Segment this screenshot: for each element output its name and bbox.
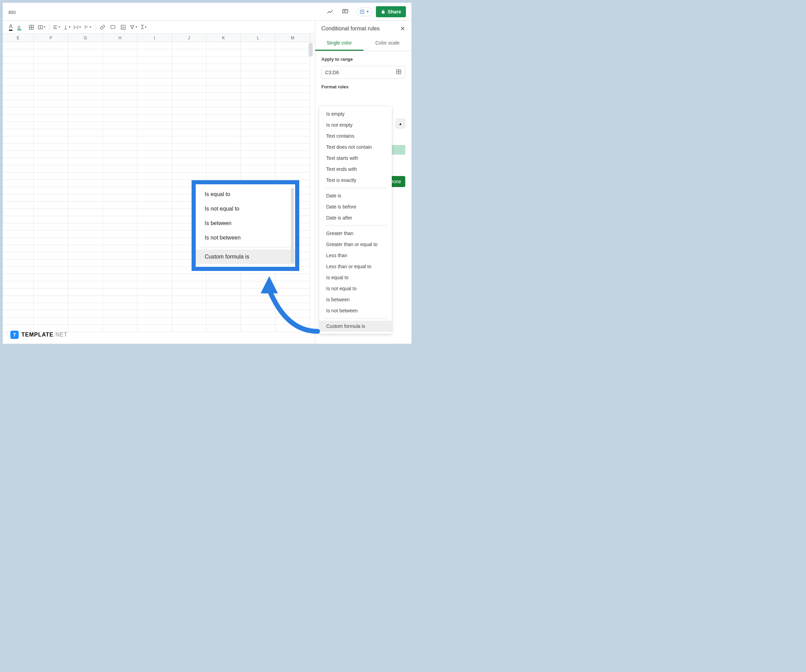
cell[interactable] <box>137 238 172 245</box>
cell[interactable] <box>103 209 137 216</box>
cell[interactable] <box>68 93 103 100</box>
v-align-icon[interactable]: ▼ <box>63 23 71 32</box>
cell[interactable] <box>241 129 276 136</box>
cell[interactable] <box>206 122 241 129</box>
cell[interactable] <box>241 173 276 180</box>
cell[interactable] <box>276 158 310 165</box>
cell[interactable] <box>3 165 34 173</box>
rule-option[interactable]: Is not equal to <box>319 283 392 294</box>
cell[interactable] <box>3 209 34 216</box>
cell[interactable] <box>172 274 206 281</box>
cell[interactable] <box>68 115 103 122</box>
cell[interactable] <box>241 42 276 50</box>
cell[interactable] <box>34 100 68 107</box>
rule-option[interactable]: Text does not contain <box>319 142 392 153</box>
cell[interactable] <box>172 303 206 310</box>
cell[interactable] <box>276 86 310 93</box>
cell[interactable] <box>68 194 103 201</box>
col-header[interactable]: E <box>3 34 34 42</box>
cell[interactable] <box>34 303 68 310</box>
cell[interactable] <box>34 201 68 209</box>
cell[interactable] <box>276 42 310 50</box>
callout-item[interactable]: Is equal to <box>196 187 295 201</box>
cell[interactable] <box>34 187 68 194</box>
cell[interactable] <box>3 129 34 136</box>
cell[interactable] <box>206 173 241 180</box>
cell[interactable] <box>172 100 206 107</box>
cell[interactable] <box>68 64 103 71</box>
cell[interactable] <box>276 129 310 136</box>
cell[interactable] <box>206 165 241 173</box>
cell[interactable] <box>137 151 172 158</box>
comment-history-icon[interactable] <box>340 7 350 17</box>
cell[interactable] <box>3 78 34 86</box>
cell[interactable] <box>172 158 206 165</box>
cell[interactable] <box>103 281 137 289</box>
cell[interactable] <box>34 289 68 296</box>
cell[interactable] <box>137 187 172 194</box>
cell[interactable] <box>34 231 68 238</box>
fill-color-icon[interactable] <box>17 23 26 32</box>
cell[interactable] <box>68 56 103 64</box>
cell[interactable] <box>3 122 34 129</box>
cell[interactable] <box>206 317 241 325</box>
cell[interactable] <box>241 115 276 122</box>
cell[interactable] <box>103 158 137 165</box>
cell[interactable] <box>276 122 310 129</box>
cell[interactable] <box>137 252 172 259</box>
cell[interactable] <box>276 144 310 151</box>
cell[interactable] <box>172 78 206 86</box>
cell[interactable] <box>103 238 137 245</box>
cell[interactable] <box>68 50 103 56</box>
callout-item[interactable]: Is not between <box>196 231 295 245</box>
cell[interactable] <box>241 107 276 115</box>
cell[interactable] <box>172 129 206 136</box>
trend-icon[interactable] <box>325 7 335 17</box>
cell[interactable] <box>137 281 172 289</box>
cell[interactable] <box>34 281 68 289</box>
cell[interactable] <box>241 64 276 71</box>
cell[interactable] <box>68 78 103 86</box>
cell[interactable] <box>68 274 103 281</box>
cell[interactable] <box>34 223 68 231</box>
cell[interactable] <box>241 165 276 173</box>
cell[interactable] <box>34 71 68 78</box>
cell[interactable] <box>103 296 137 303</box>
cell[interactable] <box>34 64 68 71</box>
cell[interactable] <box>206 107 241 115</box>
cell[interactable] <box>137 50 172 56</box>
cell[interactable] <box>34 296 68 303</box>
cell[interactable] <box>206 78 241 86</box>
cell[interactable] <box>103 93 137 100</box>
cell[interactable] <box>206 50 241 56</box>
col-header[interactable]: L <box>241 34 276 42</box>
cell[interactable] <box>103 115 137 122</box>
cell[interactable] <box>68 42 103 50</box>
cell[interactable] <box>172 86 206 93</box>
format-rule-dropdown[interactable]: Is empty Is not empty Text contains Text… <box>319 106 392 334</box>
cell[interactable] <box>137 173 172 180</box>
cell[interactable] <box>206 281 241 289</box>
cell[interactable] <box>172 325 206 332</box>
cell[interactable] <box>137 325 172 332</box>
tab-single-color[interactable]: Single color <box>315 36 363 51</box>
cell[interactable] <box>172 296 206 303</box>
cell[interactable] <box>103 289 137 296</box>
cell[interactable] <box>68 129 103 136</box>
rule-option[interactable]: Text starts with <box>319 153 392 163</box>
cell[interactable] <box>68 310 103 317</box>
cell[interactable] <box>3 310 34 317</box>
cell[interactable] <box>206 144 241 151</box>
cell[interactable] <box>137 86 172 93</box>
cell[interactable] <box>137 93 172 100</box>
cell[interactable] <box>137 289 172 296</box>
cell[interactable] <box>3 42 34 50</box>
last-edit-text[interactable]: ago <box>8 9 16 14</box>
cell[interactable] <box>276 78 310 86</box>
cell[interactable] <box>206 64 241 71</box>
cell[interactable] <box>206 71 241 78</box>
cell[interactable] <box>3 281 34 289</box>
cell[interactable] <box>206 56 241 64</box>
cell[interactable] <box>137 165 172 173</box>
cell[interactable] <box>172 310 206 317</box>
